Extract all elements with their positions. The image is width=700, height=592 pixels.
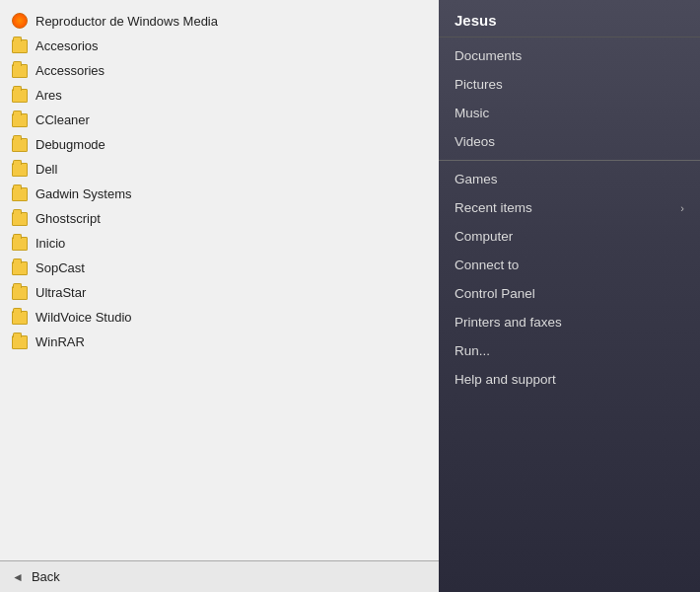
program-item-ghostscript[interactable]: Ghostscript xyxy=(0,206,439,231)
program-label: Ghostscript xyxy=(35,211,101,226)
program-label: Accessories xyxy=(35,63,105,78)
menu-item-label: Games xyxy=(455,172,498,186)
menu-item-printers[interactable]: Printers and faxes xyxy=(439,308,700,336)
programs-list: Reproductor de Windows MediaAccesoriosAc… xyxy=(0,8,439,560)
menu-item-label: Music xyxy=(455,106,489,120)
folder-icon xyxy=(12,64,28,78)
menu-item-label: Documents xyxy=(455,48,522,63)
menu-item-label: Recent items xyxy=(455,200,532,215)
user-section: Jesus xyxy=(439,0,700,37)
program-item-winrar[interactable]: WinRAR xyxy=(0,330,439,354)
program-item-ultrastar[interactable]: UltraStar xyxy=(0,280,439,305)
menu-item-pictures[interactable]: Pictures xyxy=(439,70,700,99)
menu-item-control-panel[interactable]: Control Panel xyxy=(439,279,700,308)
menu-item-label: Connect to xyxy=(455,258,519,272)
folder-icon xyxy=(12,39,28,53)
menu-item-recent-items[interactable]: Recent items› xyxy=(439,193,700,222)
menu-item-label: Run... xyxy=(455,343,490,358)
menu-item-help[interactable]: Help and support xyxy=(439,365,700,394)
menu-item-label: Videos xyxy=(455,134,495,149)
program-item-ccleaner[interactable]: CCleaner xyxy=(0,108,439,132)
program-label: Inicio xyxy=(35,236,65,251)
wmp-icon xyxy=(12,13,28,29)
menu-item-computer[interactable]: Computer xyxy=(439,222,700,251)
folder-icon xyxy=(12,335,28,349)
menu-item-label: Printers and faxes xyxy=(455,315,562,330)
menu-item-label: Pictures xyxy=(455,77,503,92)
chevron-right-icon: › xyxy=(680,202,684,214)
folder-icon xyxy=(12,212,28,226)
program-label: Accesorios xyxy=(35,38,99,53)
program-label: SopCast xyxy=(35,260,85,275)
menu-item-connect-to[interactable]: Connect to xyxy=(439,251,700,279)
program-item-gadwin[interactable]: Gadwin Systems xyxy=(0,182,439,206)
folder-icon xyxy=(12,113,28,127)
back-arrow-icon: ◄ xyxy=(12,570,24,584)
menu-item-videos[interactable]: Videos xyxy=(439,127,700,156)
menu-items: DocumentsPicturesMusicVideosGamesRecent … xyxy=(439,37,700,592)
menu-item-games[interactable]: Games xyxy=(439,165,700,193)
folder-icon xyxy=(12,286,28,300)
menu-item-music[interactable]: Music xyxy=(439,99,700,127)
folder-icon xyxy=(12,163,28,177)
program-item-dell[interactable]: Dell xyxy=(0,157,439,182)
folder-icon xyxy=(12,89,28,103)
program-item-accessories[interactable]: Accessories xyxy=(0,58,439,83)
program-label: Debugmode xyxy=(35,137,105,152)
program-item-wmp[interactable]: Reproductor de Windows Media xyxy=(0,8,439,34)
program-label: Reproductor de Windows Media xyxy=(35,14,218,29)
program-label: CCleaner xyxy=(35,112,90,127)
folder-icon xyxy=(12,187,28,201)
program-item-wildvoice[interactable]: WildVoice Studio xyxy=(0,305,439,330)
program-label: UltraStar xyxy=(35,285,86,300)
menu-separator xyxy=(439,160,700,161)
program-item-debugmode[interactable]: Debugmode xyxy=(0,132,439,157)
left-panel: Reproductor de Windows MediaAccesoriosAc… xyxy=(0,0,439,592)
menu-item-documents[interactable]: Documents xyxy=(439,41,700,70)
folder-icon xyxy=(12,261,28,275)
program-item-inicio[interactable]: Inicio xyxy=(0,231,439,256)
back-label: Back xyxy=(32,569,60,584)
menu-item-label: Computer xyxy=(455,229,513,244)
menu-item-label: Control Panel xyxy=(455,286,535,301)
right-panel: Jesus DocumentsPicturesMusicVideosGamesR… xyxy=(439,0,700,592)
program-label: WildVoice Studio xyxy=(35,310,132,325)
program-item-ares[interactable]: Ares xyxy=(0,83,439,108)
folder-icon xyxy=(12,138,28,152)
program-label: Gadwin Systems xyxy=(35,186,132,201)
program-label: Ares xyxy=(35,88,62,103)
program-label: Dell xyxy=(35,162,57,177)
program-item-sopcast[interactable]: SopCast xyxy=(0,256,439,280)
menu-item-label: Help and support xyxy=(455,372,556,387)
program-item-accesorios[interactable]: Accesorios xyxy=(0,34,439,58)
username: Jesus xyxy=(455,12,497,29)
start-menu: Reproductor de Windows MediaAccesoriosAc… xyxy=(0,0,700,592)
menu-item-run[interactable]: Run... xyxy=(439,336,700,365)
folder-icon xyxy=(12,237,28,251)
program-label: WinRAR xyxy=(35,334,85,349)
back-button[interactable]: ◄ Back xyxy=(0,560,439,592)
folder-icon xyxy=(12,311,28,325)
